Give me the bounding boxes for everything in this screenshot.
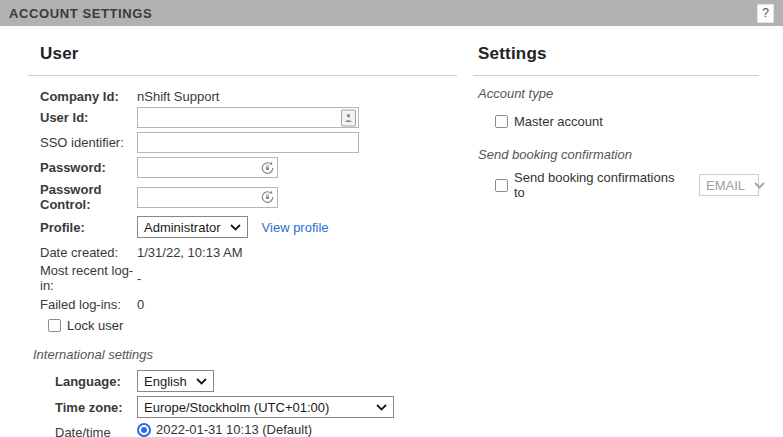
date-created-label: Date created:: [40, 245, 137, 260]
user-id-input[interactable]: [137, 107, 359, 128]
lock-user-checkbox[interactable]: [48, 319, 61, 332]
settings-section: Settings Account type Master account Sen…: [473, 26, 759, 204]
profile-label: Profile:: [40, 220, 137, 235]
password-control-label: Password Control:: [40, 182, 137, 212]
send-booking-title: Send booking confirmation: [478, 147, 759, 162]
chevron-down-icon: [754, 182, 765, 189]
user-id-row: User Id:: [28, 107, 457, 128]
company-id-label: Company Id:: [40, 89, 137, 104]
password-control-row: Password Control:: [28, 182, 457, 212]
master-account-checkbox[interactable]: [495, 115, 508, 128]
chevron-down-icon: [230, 224, 241, 231]
chevron-down-icon: [376, 404, 387, 411]
chevron-down-icon: [196, 378, 207, 385]
page-header: ACCOUNT SETTINGS ?: [0, 0, 783, 26]
password-control-input[interactable]: [137, 187, 278, 208]
booking-channel-value: EMAIL: [706, 178, 745, 193]
send-booking-checkbox[interactable]: [495, 179, 508, 192]
datetime-default-label: 2022-01-31 10:13 (Default): [156, 422, 312, 437]
lock-user-checkbox-row[interactable]: Lock user: [28, 315, 457, 335]
section-divider: [473, 75, 759, 76]
datetime-format-row: Date/time format 2022-01-31 10:13 (Defau…: [28, 422, 457, 437]
datetime-default-option[interactable]: 2022-01-31 10:13 (Default): [137, 422, 331, 437]
lock-user-label: Lock user: [67, 318, 123, 333]
user-id-label: User Id:: [40, 110, 137, 125]
generate-password-button[interactable]: [260, 160, 275, 175]
failed-logins-row: Failed log-ins: 0: [28, 294, 457, 314]
help-icon: ?: [762, 7, 769, 19]
sso-row: SSO identifier:: [28, 132, 457, 153]
language-row: Language: English: [28, 370, 457, 392]
time-zone-row: Time zone: Europe/Stockholm (UTC+01:00): [28, 396, 457, 418]
view-profile-link[interactable]: View profile: [262, 220, 329, 235]
password-input[interactable]: [137, 157, 278, 178]
page-title: ACCOUNT SETTINGS: [9, 6, 152, 21]
master-account-checkbox-row[interactable]: Master account: [473, 109, 759, 133]
send-booking-label: Send booking confirmations to: [514, 170, 688, 200]
datetime-format-label: Date/time format: [55, 422, 137, 437]
generate-password-control-button[interactable]: [260, 190, 275, 205]
generate-password-icon: [260, 160, 275, 175]
section-divider: [28, 75, 457, 76]
password-row: Password:: [28, 157, 457, 178]
time-zone-select[interactable]: Europe/Stockholm (UTC+01:00): [137, 396, 394, 418]
settings-section-title: Settings: [478, 44, 759, 64]
international-settings-title: International settings: [33, 347, 457, 362]
help-button[interactable]: ?: [757, 4, 774, 23]
datetime-default-radio[interactable]: [137, 423, 151, 437]
company-id-row: Company Id: nShift Support: [28, 86, 457, 106]
sso-input[interactable]: [137, 132, 359, 153]
contact-card-icon: [341, 109, 356, 126]
time-zone-select-value: Europe/Stockholm (UTC+01:00): [144, 400, 329, 415]
most-recent-login-label: Most recent log-in:: [40, 263, 137, 293]
master-account-label: Master account: [514, 114, 603, 129]
company-id-value: nShift Support: [137, 89, 219, 104]
language-label: Language:: [55, 374, 137, 389]
account-type-title: Account type: [478, 86, 759, 101]
profile-select[interactable]: Administrator: [137, 216, 248, 238]
send-booking-row: Send booking confirmations to EMAIL: [473, 170, 759, 200]
date-created-row: Date created: 1/31/22, 10:13 AM: [28, 242, 457, 262]
profile-select-value: Administrator: [144, 220, 221, 235]
most-recent-login-value: -: [137, 271, 141, 286]
password-label: Password:: [40, 160, 137, 175]
failed-logins-label: Failed log-ins:: [40, 297, 137, 312]
date-created-value: 1/31/22, 10:13 AM: [137, 245, 243, 260]
sso-label: SSO identifier:: [40, 135, 137, 150]
most-recent-login-row: Most recent log-in: -: [28, 263, 457, 293]
user-section: User Company Id: nShift Support User Id:…: [28, 26, 457, 437]
language-select[interactable]: English: [137, 370, 214, 392]
user-lookup-button[interactable]: [341, 109, 356, 126]
user-section-title: User: [40, 44, 457, 64]
booking-channel-select[interactable]: EMAIL: [699, 174, 759, 196]
time-zone-label: Time zone:: [55, 400, 137, 415]
language-select-value: English: [144, 374, 187, 389]
profile-row: Profile: Administrator View profile: [28, 216, 457, 238]
failed-logins-value: 0: [137, 297, 144, 312]
generate-password-icon: [260, 190, 275, 205]
